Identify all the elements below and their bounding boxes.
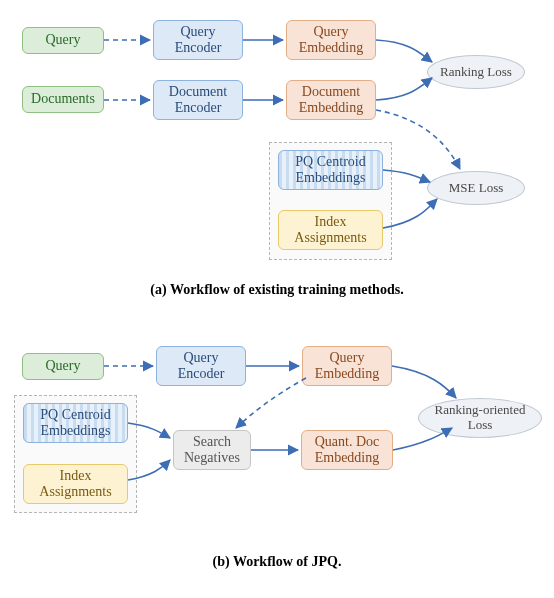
label: PQ CentroidEmbeddings xyxy=(295,154,365,186)
label: SearchNegatives xyxy=(184,434,240,466)
node-pq-centroid-a: PQ CentroidEmbeddings xyxy=(278,150,383,190)
node-query-embedding-b: QueryEmbedding xyxy=(302,346,392,386)
label: QueryEncoder xyxy=(175,24,222,56)
node-document-encoder-a: DocumentEncoder xyxy=(153,80,243,120)
label: IndexAssignments xyxy=(294,214,366,246)
edge-qemb-to-rank-a xyxy=(376,40,432,62)
node-index-assignments-a: IndexAssignments xyxy=(278,210,383,250)
node-mse-loss-a: MSE Loss xyxy=(427,171,525,205)
node-query-a: Query xyxy=(22,27,104,54)
node-search-negatives-b: SearchNegatives xyxy=(173,430,251,470)
label: QueryEncoder xyxy=(178,350,225,382)
label: DocumentEmbedding xyxy=(299,84,364,116)
label: MSE Loss xyxy=(449,181,504,196)
edge-qemb-to-neg-b xyxy=(236,378,306,428)
node-query-encoder-b: QueryEncoder xyxy=(156,346,246,386)
node-documents-a: Documents xyxy=(22,86,104,113)
node-index-assignments-b: IndexAssignments xyxy=(23,464,128,504)
label: Query xyxy=(46,32,81,48)
caption-a: (a) Workflow of existing training method… xyxy=(0,282,554,298)
node-pq-centroid-b: PQ CentroidEmbeddings xyxy=(23,403,128,443)
edge-qemb-to-roloss-b xyxy=(392,366,456,398)
label: PQ CentroidEmbeddings xyxy=(40,407,110,439)
label: Ranking Loss xyxy=(440,65,512,80)
node-ranking-oriented-loss-b: Ranking-orientedLoss xyxy=(418,398,542,438)
label: Quant. DocEmbedding xyxy=(315,434,380,466)
label: QueryEmbedding xyxy=(315,350,380,382)
edge-demb-to-rank-a xyxy=(376,78,432,100)
label: Documents xyxy=(31,91,95,107)
label: QueryEmbedding xyxy=(299,24,364,56)
label: DocumentEncoder xyxy=(169,84,227,116)
label: Ranking-orientedLoss xyxy=(435,403,526,433)
caption-b: (b) Workflow of JPQ. xyxy=(0,554,554,570)
label: Query xyxy=(46,358,81,374)
node-query-encoder-a: QueryEncoder xyxy=(153,20,243,60)
node-query-embedding-a: QueryEmbedding xyxy=(286,20,376,60)
node-document-embedding-a: DocumentEmbedding xyxy=(286,80,376,120)
label: IndexAssignments xyxy=(39,468,111,500)
node-quant-doc-embedding-b: Quant. DocEmbedding xyxy=(301,430,393,470)
node-query-b: Query xyxy=(22,353,104,380)
node-ranking-loss-a: Ranking Loss xyxy=(427,55,525,89)
